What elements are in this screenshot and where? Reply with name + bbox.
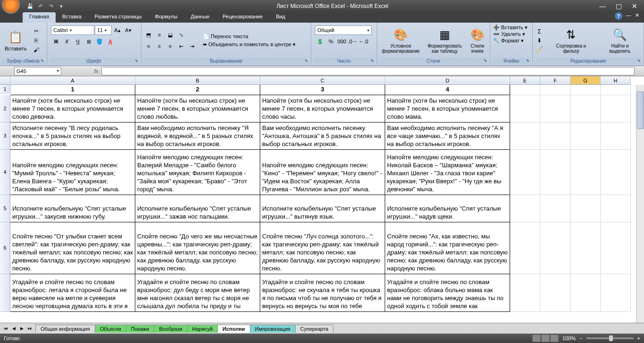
- sheet-tab[interactable]: Импровизация: [250, 325, 296, 333]
- sort-filter-button[interactable]: ⇅Сортировка и фильтр: [546, 26, 596, 55]
- cell-D5[interactable]: Исполните колыбельную "Спят усталые игру…: [385, 195, 510, 222]
- tab-nav-next-icon[interactable]: ▶: [18, 325, 25, 332]
- undo-icon[interactable]: ↶: [36, 1, 45, 11]
- select-all[interactable]: [0, 76, 10, 85]
- col-F[interactable]: F: [540, 76, 570, 85]
- tab-review[interactable]: Рецензирование: [216, 12, 269, 23]
- view-normal-icon[interactable]: [532, 335, 541, 342]
- fill-color-button[interactable]: 🪣: [94, 37, 105, 46]
- sheet-tab-active[interactable]: Исполни: [217, 325, 250, 333]
- align-middle-icon[interactable]: ≡: [154, 30, 165, 40]
- view-layout-icon[interactable]: [541, 335, 550, 342]
- tab-layout[interactable]: Разметка страницы: [88, 12, 149, 23]
- row-6[interactable]: 6: [0, 222, 10, 274]
- number-format-combo[interactable]: Общий▾: [315, 25, 372, 35]
- tab-home[interactable]: Главная: [23, 12, 56, 23]
- indent-inc-icon[interactable]: ⇥: [187, 41, 197, 51]
- tab-formulas[interactable]: Формулы: [149, 12, 184, 23]
- grow-font-icon[interactable]: A▴: [112, 25, 123, 35]
- cell-A5[interactable]: Исполните колыбельную "Спят усталые игру…: [10, 195, 135, 222]
- cell-A2[interactable]: Напойте (хотя бы несколько строк) не мен…: [10, 95, 135, 122]
- zoom-in-icon[interactable]: +: [637, 335, 640, 341]
- save-icon[interactable]: 💾: [25, 1, 35, 11]
- formula-bar[interactable]: [101, 67, 635, 75]
- col-E[interactable]: E: [510, 76, 540, 85]
- font-name-combo[interactable]: Calibri▾: [51, 25, 94, 35]
- paste-button[interactable]: 📋 Вставить: [2, 29, 30, 52]
- align-top-icon[interactable]: ⬒: [143, 30, 154, 40]
- cond-format-button[interactable]: 🎨Условное форматирование: [379, 26, 422, 55]
- cell-D3[interactable]: Вам необходимо исполнить песенку "А я вс…: [385, 122, 510, 150]
- sheet-tab[interactable]: Объясни: [95, 325, 126, 333]
- ribbon-minimize-icon[interactable]: —: [626, 12, 631, 23]
- inc-decimal-icon[interactable]: .0→: [347, 37, 358, 46]
- format-painter-icon[interactable]: 🖌: [32, 46, 41, 54]
- clear-icon[interactable]: 🧹: [535, 45, 544, 54]
- cell-A4[interactable]: Напойте мелодию следующих песен: "Мумий …: [10, 150, 135, 195]
- percent-icon[interactable]: %: [326, 37, 336, 46]
- dec-decimal-icon[interactable]: ←.0: [358, 37, 369, 46]
- tab-nav-first-icon[interactable]: ⏮: [2, 325, 9, 332]
- cell-styles-button[interactable]: 🎨Стили ячеек: [467, 26, 488, 55]
- cell-D4[interactable]: Напойте мелодию следующих песен: Николай…: [385, 150, 510, 195]
- row-2[interactable]: 2: [0, 95, 10, 122]
- cut-icon[interactable]: ✂: [32, 27, 41, 35]
- cell-A7[interactable]: Угадайте и спойте песню по словам вразно…: [10, 274, 135, 312]
- shrink-font-icon[interactable]: A▾: [123, 25, 133, 35]
- currency-icon[interactable]: 💲: [315, 37, 325, 46]
- sheet-tab[interactable]: Нарисуй: [187, 325, 218, 333]
- zoom-out-icon[interactable]: −: [579, 335, 582, 341]
- copy-icon[interactable]: ⎘: [32, 36, 41, 45]
- fx-icon[interactable]: fx: [94, 68, 99, 74]
- cell-B3[interactable]: Вам необходимо исполнить песенку "Я водя…: [135, 122, 260, 150]
- sheet-tab[interactable]: Покажи: [126, 325, 155, 333]
- zoom-slider[interactable]: [586, 337, 634, 339]
- autosum-icon[interactable]: Σ: [535, 27, 544, 36]
- col-C[interactable]: C: [260, 76, 385, 85]
- insert-cells-button[interactable]: ➕ Вставить ▾: [493, 24, 529, 31]
- delete-cells-button[interactable]: ➖ Удалить ▾: [493, 31, 529, 37]
- cell-B5[interactable]: Исполните колыбельную "Спят усталые игру…: [135, 195, 260, 222]
- indent-dec-icon[interactable]: ⇤: [176, 41, 186, 51]
- comma-icon[interactable]: 000: [337, 37, 347, 46]
- font-size-combo[interactable]: 11▾: [95, 25, 112, 35]
- row-1[interactable]: 1: [0, 85, 10, 93]
- merge-button[interactable]: ⬌ Объединить и поместить в центре ▾: [203, 41, 296, 48]
- office-button[interactable]: [2, 0, 20, 14]
- minimize-button[interactable]: —: [599, 2, 606, 10]
- cell-B6[interactable]: Спойте песню "До чего же мы несчастные ц…: [135, 222, 260, 274]
- cell-D7[interactable]: Угадайте и спойте песню по словам вразно…: [385, 274, 510, 312]
- cell-D2[interactable]: Напойте (хотя бы несколько строк) не мен…: [385, 95, 510, 122]
- col-B[interactable]: B: [135, 76, 260, 85]
- cell-A3[interactable]: Исполните песенку "В лесу родилась елочк…: [10, 122, 135, 150]
- row-4[interactable]: 4: [0, 150, 10, 195]
- cell-A6[interactable]: Спойте песню "От улыбки станет всем свет…: [10, 222, 135, 274]
- col-A[interactable]: A: [10, 76, 135, 85]
- align-center-icon[interactable]: ≡: [154, 41, 165, 51]
- cell-B2[interactable]: Напойте (хотя бы несколько строк) не мен…: [135, 95, 260, 122]
- vertical-scrollbar[interactable]: [636, 85, 644, 323]
- italic-button[interactable]: К: [62, 37, 72, 46]
- border-button[interactable]: ⊞: [83, 37, 94, 46]
- tab-nav-prev-icon[interactable]: ◀: [10, 325, 17, 332]
- ribbon-close-icon[interactable]: ✕: [635, 12, 639, 23]
- cell-C3[interactable]: Вам необходимо исполнить песенку "Антошк…: [260, 122, 385, 150]
- row-3[interactable]: 3: [0, 122, 10, 150]
- tab-view[interactable]: Вид: [269, 12, 292, 23]
- view-break-icon[interactable]: [550, 335, 559, 342]
- format-table-button[interactable]: ▦Форматировать как таблицу: [424, 26, 465, 55]
- redo-icon[interactable]: ↷: [46, 1, 56, 11]
- find-select-button[interactable]: 🔍Найти и выделить: [598, 26, 642, 55]
- sheet-tab[interactable]: Вообрази: [154, 325, 187, 333]
- tab-insert[interactable]: Вставка: [56, 12, 88, 23]
- cell-C7[interactable]: Угадайте и спойте песню по словам вразно…: [260, 274, 385, 312]
- orientation-icon[interactable]: ⤡: [176, 30, 186, 40]
- wrap-text-button[interactable]: 📄 Перенос текста: [203, 33, 296, 40]
- spreadsheet-grid[interactable]: A B C D E F G H 1 1 2 3 4 2 Напойте (хот…: [0, 76, 644, 312]
- cell-B4[interactable]: Напойте мелодию следующих песен: Валерий…: [135, 150, 260, 195]
- close-button[interactable]: ✕: [631, 2, 638, 10]
- row-7[interactable]: [0, 274, 10, 312]
- cell-B7[interactable]: Угадайте и спойте песню по словам вразно…: [135, 274, 260, 312]
- cell-C2[interactable]: Напойте (хотя бы несколько строк) не мен…: [260, 95, 385, 122]
- cell-D1[interactable]: 4: [385, 85, 510, 95]
